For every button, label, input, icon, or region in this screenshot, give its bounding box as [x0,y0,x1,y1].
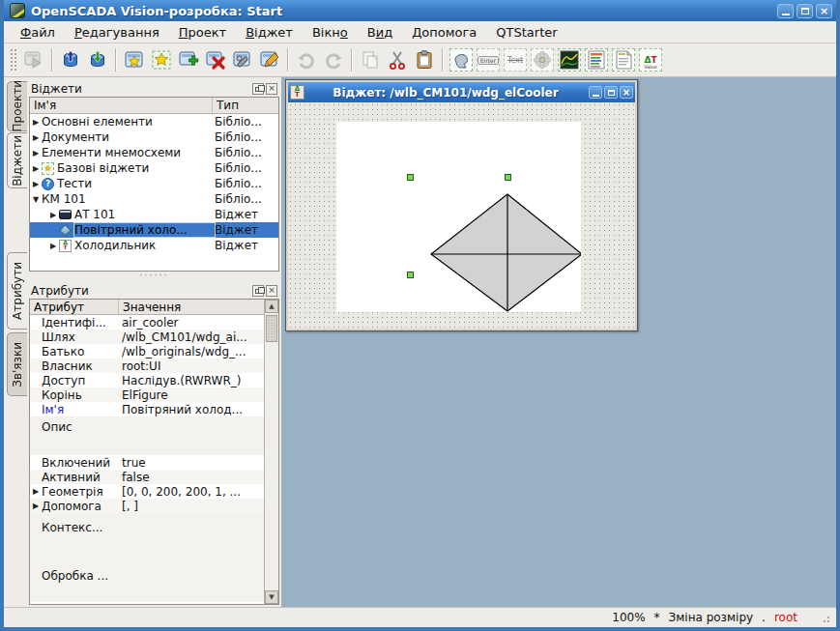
copy-button[interactable] [357,46,384,73]
elfigure-button[interactable] [448,46,475,73]
diagram-button[interactable] [556,46,583,73]
panel-float-button[interactable] [252,285,264,297]
child-maximize-button[interactable] [604,86,618,99]
delete-widget-button[interactable] [202,46,229,73]
close-button[interactable]: × [816,4,832,18]
menu-item-project[interactable]: Проект [170,23,235,42]
elfigure-diamond[interactable] [336,122,581,312]
widget-edit-window[interactable]: ΔT Віджет: /wlb_CM101/wdg_elCooler × [285,79,638,331]
attr-row[interactable]: КоріньElFigure [30,387,264,402]
attr-row[interactable]: Власникroot:UI [30,359,264,373]
value-button[interactable]: ΔT Value [637,46,664,73]
menu-item-view[interactable]: Вид [359,23,401,42]
menu-item-help[interactable]: Допомога [403,23,485,42]
expander-icon[interactable]: ▶ [30,118,42,127]
maximize-button[interactable] [797,4,813,18]
attr-row[interactable]: Батько/wlb_originals/wdg_... [30,344,264,359]
child-titlebar[interactable]: ΔT Віджет: /wlb_CM101/wdg_elCooler × [288,82,635,102]
mdi-area: ΔT Віджет: /wlb_CM101/wdg_elCooler × [281,77,836,607]
add-visual-item-button[interactable] [148,46,175,73]
expander-icon[interactable]: ▶ [30,133,42,142]
expander-icon[interactable]: ▼ [30,195,42,204]
panel-float-button[interactable] [252,83,264,95]
undo-button[interactable] [293,46,320,73]
column-header-name[interactable]: Ім'я [30,98,213,113]
current-user[interactable]: root [774,611,797,624]
tree-row[interactable]: ▶ Документи Бібліо... [30,129,278,145]
widget-canvas[interactable] [336,122,581,312]
formel-button[interactable]: Enter [475,46,502,73]
tab-projects[interactable]: Проекти [7,81,27,131]
save-to-db-button[interactable] [84,46,111,73]
run-widget-button[interactable] [20,46,47,73]
attr-row[interactable]: ДоступНаслідув.(RWRWR_) [30,373,264,387]
paste-button[interactable] [411,46,438,73]
attr-row[interactable]: Ідентифі...air_cooler [30,315,264,330]
attr-row[interactable]: Опис [30,416,264,455]
tree-row[interactable]: ▶ АТ 101 Віджет [30,207,278,222]
tab-widgets[interactable]: Віджети [7,132,27,188]
vertical-scrollbar[interactable]: ▲ ▼ [264,300,278,604]
scroll-down-icon[interactable]: ▼ [265,590,278,604]
attr-row[interactable]: Обробка ... [30,561,264,602]
tab-links[interactable]: Зв'язки [7,332,27,396]
shape-node-handle[interactable] [505,174,511,181]
widget-edit-surface[interactable] [288,102,635,329]
expander-icon[interactable]: ▶ [30,180,42,188]
expander-icon[interactable]: ▶ [30,149,42,158]
tree-row[interactable]: ▶ Елементи мнемосхеми Бібліо... [30,145,278,160]
expander-icon[interactable]: ▶ [30,164,42,173]
tree-row[interactable]: ▶ Основні елементи Бібліо... [30,114,278,129]
scroll-up-icon[interactable]: ▲ [265,300,278,313]
expander-icon[interactable]: ▶ [47,211,59,219]
shape-node-handle[interactable] [407,272,414,278]
attr-row[interactable]: Ім'яПовітряний холод... [30,402,264,416]
protocol-button[interactable] [583,46,610,73]
shape-node-handle[interactable] [407,174,414,181]
menu-item-window[interactable]: Вікно [304,23,357,42]
widget-properties-button[interactable] [229,46,256,73]
attr-row[interactable]: Шлях/wlb_CM101/wdg_ai... [30,330,264,344]
tree-row-selected[interactable]: Повітряний холо... Віджет [30,222,278,238]
menu-item-qtstarter[interactable]: QTStarter [487,23,565,42]
tab-attributes[interactable]: Атрибути [7,252,27,330]
document-button[interactable] [610,46,637,73]
cut-button[interactable] [384,46,411,73]
column-header-type[interactable]: Тип [213,98,278,113]
menu-item-widget[interactable]: Віджет [237,23,302,42]
attr-row[interactable]: Активнийfalse [30,470,264,484]
panel-close-button[interactable]: × [266,285,277,297]
toolbar-drag-handle[interactable] [10,48,16,72]
expander-icon[interactable]: ▶ [30,487,42,496]
media-button[interactable] [529,46,556,73]
child-close-button[interactable]: × [620,86,633,99]
expander-icon[interactable]: ▶ [47,242,59,250]
tree-row[interactable]: ▶ ? Тести Бібліо... [30,176,278,191]
minimize-button[interactable] [777,4,794,18]
titlebar[interactable]: OpenSCADA Vision-розробка: Start × [4,0,836,21]
menu-item-edit[interactable]: Редагування [66,23,168,42]
tree-row[interactable]: ▼ КМ 101 Бібліо... [30,191,278,207]
attr-row[interactable]: ▶Допомога[, ] [30,499,264,513]
expander-icon[interactable]: ▶ [30,502,42,510]
load-from-db-button[interactable] [57,46,84,73]
new-library-button[interactable] [121,46,148,73]
resize-grip-icon[interactable] [820,613,830,623]
panel-close-button[interactable]: × [266,83,277,95]
column-header-attribute[interactable]: Атрибут [30,300,119,314]
column-header-value[interactable]: Значення [119,300,264,314]
tree-row[interactable]: ▶ ΔT Холодильник Віджет [30,238,278,253]
attr-row[interactable]: Включенийtrue [30,455,264,470]
attr-row[interactable]: ▶Геометрія[0, 0, 200, 200, 1, ... [30,484,264,499]
text-button[interactable]: Text [502,46,529,73]
panel-splitter[interactable]: ······ [29,272,279,278]
child-minimize-button[interactable] [589,86,602,99]
menu-item-file[interactable]: Файл [12,23,64,42]
scrollbar-thumb[interactable] [266,315,277,342]
add-widget-button[interactable] [175,46,202,73]
tree-row[interactable]: ▶ ★ Базові віджети Бібліо... [30,160,278,176]
attr-row[interactable]: Контекс... [30,513,264,561]
edit-widget-button[interactable] [256,46,283,73]
redo-button[interactable] [320,46,347,73]
child-window-title: Віджет: /wlb_CM101/wdg_elCooler [304,86,587,100]
